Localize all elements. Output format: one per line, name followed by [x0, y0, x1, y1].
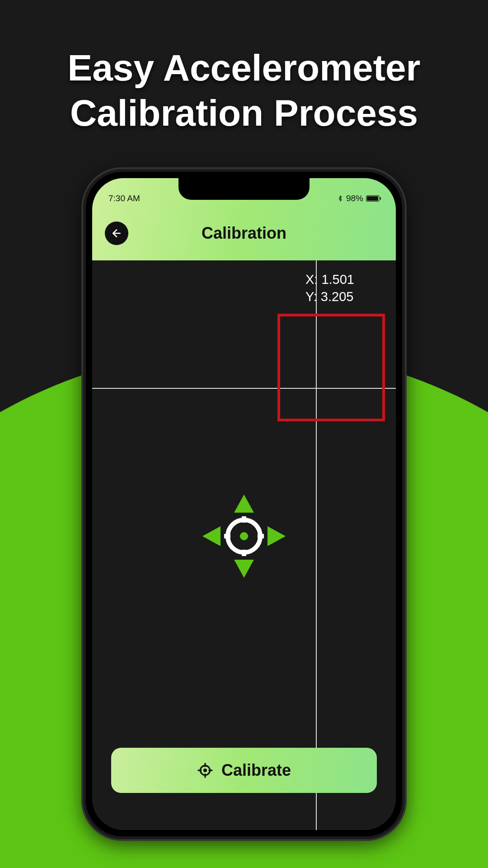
- bluetooth-icon: [337, 195, 343, 202]
- target-box: [277, 314, 385, 421]
- page-title: Calibration: [92, 224, 396, 243]
- phone-screen: 7:30 AM 98% Calibration X: 1.501 Y: 3.20…: [92, 178, 396, 830]
- y-readout: Y: 3.205: [305, 288, 354, 306]
- battery-percent: 98%: [346, 193, 363, 203]
- status-right: 98%: [337, 193, 380, 203]
- crosshair-arrows-icon: [199, 491, 289, 581]
- headline-line-1: Easy Accelerometer: [0, 45, 488, 90]
- phone-notch: [178, 178, 310, 200]
- coordinate-readout: X: 1.501 Y: 3.205: [305, 271, 354, 305]
- svg-marker-2: [234, 560, 254, 578]
- battery-icon: [366, 195, 380, 202]
- app-header: Calibration: [92, 206, 396, 260]
- calibration-area[interactable]: X: 1.501 Y: 3.205: [92, 260, 396, 830]
- arrow-left-icon: [111, 227, 122, 239]
- status-time: 7:30 AM: [108, 193, 140, 203]
- svg-point-16: [204, 769, 206, 772]
- svg-marker-1: [234, 495, 254, 513]
- marketing-headline: Easy Accelerometer Calibration Process: [0, 45, 488, 136]
- back-button[interactable]: [105, 222, 128, 245]
- crosshair-icon: [197, 762, 213, 778]
- calibrate-button[interactable]: Calibrate: [111, 748, 377, 793]
- svg-marker-3: [202, 526, 221, 546]
- calibrate-button-label: Calibrate: [221, 761, 291, 780]
- headline-line-2: Calibration Process: [0, 90, 488, 136]
- calibration-indicator: [199, 491, 289, 581]
- x-readout: X: 1.501: [305, 271, 354, 288]
- svg-point-10: [240, 532, 248, 540]
- phone-frame: 7:30 AM 98% Calibration X: 1.501 Y: 3.20…: [81, 167, 407, 841]
- svg-marker-4: [267, 526, 286, 546]
